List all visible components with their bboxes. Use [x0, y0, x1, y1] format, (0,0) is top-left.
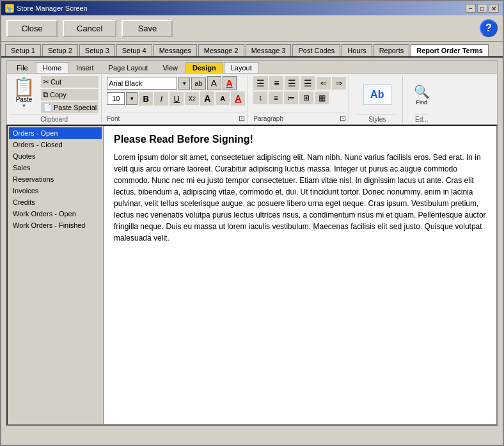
italic-button[interactable]: I: [154, 92, 168, 106]
bold-button[interactable]: B: [139, 92, 153, 106]
cancel-button[interactable]: Cancel: [63, 20, 116, 37]
sidebar-item-orders-open[interactable]: Orders - Open: [9, 127, 102, 139]
paste-button[interactable]: 📋 Paste ▼: [10, 76, 38, 111]
tab-message2[interactable]: Message 2: [198, 44, 244, 56]
sidebar-item-invoices[interactable]: Invoices: [9, 185, 102, 196]
tab-reportorderterms[interactable]: Report Order Terms: [411, 44, 489, 56]
sidebar: Orders - Open Orders - Closed Quotes Sal…: [8, 126, 104, 424]
font-name-dropdown-arrow[interactable]: ▼: [178, 77, 190, 90]
tab-reports[interactable]: Reports: [374, 44, 410, 56]
font-color-bg-button[interactable]: ab: [191, 77, 205, 90]
cut-button[interactable]: ✂ Cut: [41, 76, 98, 88]
status-bar: [6, 426, 498, 440]
editor-title: Please Read Before Signing!: [114, 134, 486, 145]
toolbar-buttons: Close Cancel Save: [6, 20, 173, 37]
font-row2: ▼ B I U X2 A A A: [107, 92, 245, 106]
styles-content: Ab: [363, 75, 391, 115]
ribbon-tab-home[interactable]: Home: [36, 62, 68, 73]
numbered-list-button[interactable]: ≔: [284, 92, 298, 104]
font-color-button[interactable]: A: [223, 76, 237, 90]
underline-button[interactable]: U: [169, 92, 184, 106]
tab-message3[interactable]: Message 3: [246, 44, 292, 56]
para-row2: ↕ ≡ ≔ ⊞ ▦: [253, 92, 346, 104]
clipboard-content: 📋 Paste ▼ ✂ Cut ⧉ Copy: [10, 75, 98, 115]
font-name-input[interactable]: [107, 77, 177, 90]
styles-group-label: Styles: [368, 116, 386, 123]
tab-setup4[interactable]: Setup 4: [116, 44, 152, 56]
maximize-button[interactable]: □: [477, 4, 487, 13]
outer-tabs: Setup 1 Setup 2 Setup 3 Setup 4 Messages…: [1, 42, 503, 56]
tab-postcodes[interactable]: Post Codes: [292, 44, 340, 56]
font-group-footer: Font ⊡: [107, 113, 245, 123]
copy-icon: ⧉: [43, 90, 49, 99]
align-right-button[interactable]: ☰: [285, 76, 299, 90]
sidebar-item-orders-closed[interactable]: Orders - Closed: [9, 139, 102, 150]
ribbon-tab-view[interactable]: View: [155, 62, 185, 73]
tab-setup3[interactable]: Setup 3: [79, 44, 115, 56]
sidebar-item-quotes[interactable]: Quotes: [9, 150, 102, 162]
ribbon-tab-layout[interactable]: Layout: [224, 62, 259, 73]
ribbon-tab-file[interactable]: File: [10, 62, 35, 73]
editor: Please Read Before Signing! Lorem ipsum …: [104, 126, 496, 424]
indent-decrease-button[interactable]: ⇐: [317, 77, 331, 90]
sidebar-item-work-orders-open[interactable]: Work Orders - Open: [9, 208, 102, 219]
para-expand-icon[interactable]: ⊡: [340, 114, 346, 123]
align-justify-button[interactable]: ☰: [301, 76, 315, 90]
tab-hours[interactable]: Hours: [342, 44, 372, 56]
font-size-input[interactable]: [107, 92, 125, 105]
sidebar-item-credits[interactable]: Credits: [9, 196, 102, 208]
styles-group-footer: Styles: [357, 115, 397, 123]
copy-label: Copy: [50, 91, 67, 99]
paste-icon: 📋: [13, 78, 35, 96]
border-button[interactable]: ⊞: [299, 92, 313, 104]
paste-dropdown-icon[interactable]: ▼: [22, 103, 27, 109]
tab-setup1[interactable]: Setup 1: [5, 44, 41, 56]
editing-group: 🔍 Find Ed...: [406, 75, 437, 123]
paste-special-icon: 📄: [43, 103, 52, 112]
font-expand-icon[interactable]: ⊡: [239, 114, 245, 123]
font-highlight-button[interactable]: A: [207, 76, 221, 90]
tab-messages[interactable]: Messages: [154, 44, 197, 56]
close-button[interactable]: Close: [6, 20, 58, 37]
minimize-button[interactable]: −: [466, 4, 476, 13]
clipboard-group-label: Clipboard: [10, 115, 98, 123]
find-replace-icon: 🔍: [414, 84, 430, 99]
large-font-button[interactable]: A: [200, 92, 214, 106]
font-group: ▼ ab A A ▼ B I U X2: [104, 75, 248, 123]
bullet-list-button[interactable]: ≡: [269, 92, 283, 104]
ribbon-tabs: File Home Insert Page Layout View Design…: [7, 61, 497, 73]
editor-paragraph: Lorem ipsum dolor sit amet, consectetuer…: [114, 152, 486, 244]
align-center-button[interactable]: ≡: [269, 76, 283, 90]
find-replace-button[interactable]: 🔍 Find: [414, 84, 430, 106]
styles-preview-area: Ab: [363, 84, 391, 105]
paste-special-label: Paste Special: [54, 104, 97, 111]
ribbon-tab-insert[interactable]: Insert: [69, 62, 101, 73]
ribbon-tab-pagelayout[interactable]: Page Layout: [102, 62, 155, 73]
editor-body[interactable]: Lorem ipsum dolor sit amet, consectetuer…: [114, 152, 486, 244]
copy-button[interactable]: ⧉ Copy: [41, 89, 98, 100]
superscript-button[interactable]: X2: [185, 92, 199, 105]
sidebar-item-work-orders-finished[interactable]: Work Orders - Finished: [9, 219, 102, 231]
paragraph-group: ☰ ≡ ☰ ☰ ⇐ ⇒ ↕ ≡ ≔ ⊞ ▦: [251, 75, 349, 123]
indent-increase-button[interactable]: ⇒: [332, 77, 346, 90]
font-size-dropdown-arrow[interactable]: ▼: [126, 92, 138, 105]
help-button[interactable]: ?: [480, 19, 498, 37]
paste-special-button[interactable]: 📄 Paste Special: [41, 102, 98, 113]
close-window-button[interactable]: ✕: [489, 4, 499, 13]
font-color-a-button[interactable]: A: [231, 92, 245, 106]
styles-ab-preview[interactable]: Ab: [363, 84, 391, 105]
paragraph-group-label: Paragraph: [253, 115, 283, 122]
font-group-label: Font: [107, 115, 120, 122]
small-font-button[interactable]: A: [216, 92, 230, 105]
save-button[interactable]: Save: [122, 20, 173, 37]
ribbon-tab-design[interactable]: Design: [185, 62, 223, 73]
paste-label: Paste: [16, 96, 33, 103]
title-bar-left: 🏪 Store Manager Screen: [5, 4, 88, 13]
tab-setup2[interactable]: Setup 2: [42, 44, 78, 56]
sidebar-item-sales[interactable]: Sales: [9, 162, 102, 173]
sidebar-item-reservations[interactable]: Reservations: [9, 173, 102, 185]
line-spacing-button[interactable]: ↕: [253, 92, 267, 104]
align-left-button[interactable]: ☰: [253, 76, 268, 90]
content-area: File Home Insert Page Layout View Design…: [1, 56, 503, 445]
shading-button[interactable]: ▦: [315, 92, 329, 104]
